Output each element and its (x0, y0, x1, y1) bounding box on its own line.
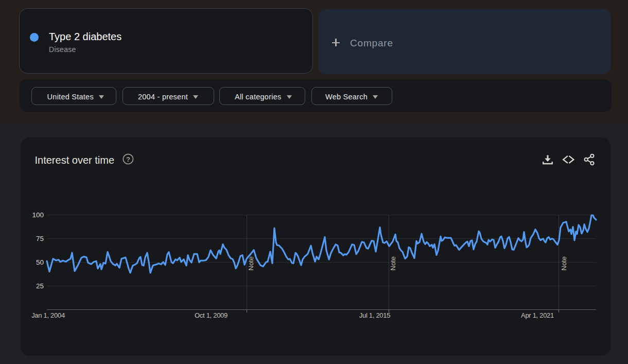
svg-text:75: 75 (36, 235, 44, 242)
svg-text:Oct 1, 2009: Oct 1, 2009 (195, 311, 228, 319)
svg-text:Note: Note (389, 256, 397, 270)
svg-text:Note: Note (247, 256, 255, 270)
svg-text:50: 50 (36, 258, 44, 266)
svg-text:Jul 1, 2015: Jul 1, 2015 (359, 311, 390, 319)
svg-text:Jan 1, 2004: Jan 1, 2004 (31, 311, 65, 319)
svg-text:?: ? (126, 155, 130, 163)
svg-text:Apr 1, 2021: Apr 1, 2021 (521, 311, 554, 319)
svg-text:100: 100 (32, 211, 44, 219)
svg-text:25: 25 (36, 282, 44, 290)
svg-text:Note: Note (560, 256, 568, 270)
